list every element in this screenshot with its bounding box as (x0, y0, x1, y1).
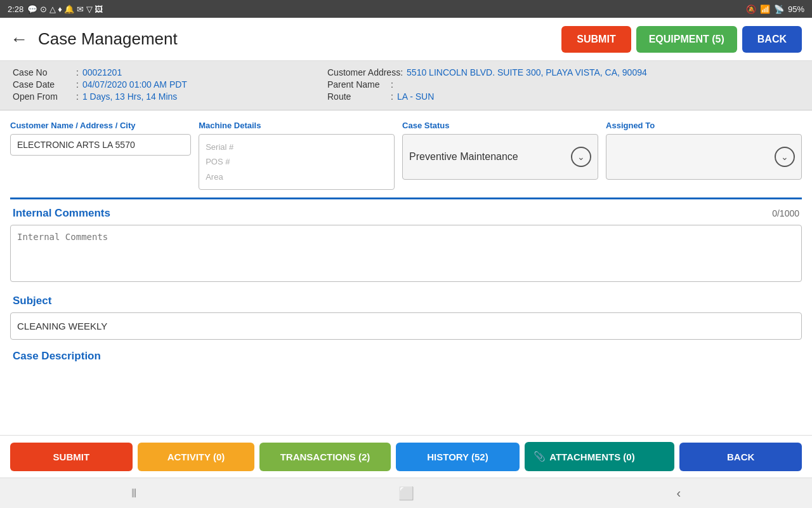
parent-name-label: Parent Name (327, 79, 391, 90)
attachments-button[interactable]: 📎 ATTACHMENTS (0) (525, 442, 674, 471)
submit-header-button[interactable]: SUBMIT (561, 26, 631, 53)
case-date-label: Case Date (13, 79, 76, 90)
subject-label: Subject (0, 292, 812, 312)
nav-menu-icon[interactable]: ⦀ (131, 486, 136, 500)
header-back-arrow[interactable]: ← (10, 29, 28, 50)
nav-back-icon[interactable]: ‹ (677, 486, 681, 500)
internal-comments-header: Internal Comments 0/1000 (0, 199, 812, 225)
bottom-toolbar: SUBMIT ACTIVITY (0) TRANSACTIONS (2) HIS… (0, 435, 812, 478)
route-label: Route (327, 91, 391, 102)
activity-button[interactable]: ACTIVITY (0) (138, 443, 255, 471)
header-buttons: SUBMIT EQUIPMENT (5) BACK (561, 26, 802, 53)
assigned-to-group: Assigned To ⌄ (606, 121, 802, 180)
status-bar: 2:28 💬 ⊙ △ ♦ 🔔 ✉ ▽ 🖼 🔕 📶 📡 95% (0, 0, 812, 18)
status-bar-right: 🔕 📶 📡 95% (746, 4, 804, 14)
header: ← Case Management SUBMIT EQUIPMENT (5) B… (0, 18, 812, 61)
nav-home-icon[interactable]: ⬜ (398, 486, 414, 501)
customer-name-input[interactable] (10, 134, 191, 156)
open-from-value: 1 Days, 13 Hrs, 14 Mins (82, 91, 177, 102)
machine-details-box[interactable]: Serial # POS # Area (199, 134, 395, 190)
open-from-label: Open From (13, 91, 76, 102)
status-time: 2:28 (8, 4, 23, 14)
assigned-to-chevron: ⌄ (775, 147, 795, 167)
customer-address-row: Customer Address : 5510 LINCOLN BLVD. SU… (327, 67, 799, 77)
page-title: Case Management (38, 29, 561, 49)
equipment-button[interactable]: EQUIPMENT (5) (636, 26, 737, 53)
internal-comments-char-count: 0/1000 (772, 208, 799, 218)
case-info-left: Case No : 00021201 Case Date : 04/07/202… (13, 67, 327, 104)
customer-address-value: 5510 LINCOLN BLVD. SUITE 300, PLAYA VIST… (407, 67, 647, 77)
case-date-value: 04/07/2020 01:00 AM PDT (82, 79, 187, 90)
form-fields-row: Customer Name / Address / City Machine D… (0, 110, 812, 190)
case-no-label: Case No (13, 67, 76, 77)
case-description-label: Case Description (0, 347, 812, 365)
case-info-bar: Case No : 00021201 Case Date : 04/07/202… (0, 61, 812, 110)
machine-details-group: Machine Details Serial # POS # Area (199, 121, 395, 190)
machine-details-label: Machine Details (199, 121, 395, 130)
attachments-label: ATTACHMENTS (0) (549, 451, 634, 462)
assigned-to-select[interactable]: ⌄ (606, 134, 802, 180)
back-header-button[interactable]: BACK (742, 26, 802, 53)
submit-bottom-button[interactable]: SUBMIT (10, 443, 133, 471)
attachment-icon: 📎 (534, 451, 546, 462)
internal-comments-textarea[interactable] (10, 225, 802, 282)
customer-name-label: Customer Name / Address / City (10, 121, 191, 130)
wifi-icon: 📶 (760, 4, 770, 14)
battery-level: 95% (788, 4, 804, 14)
android-nav-bar: ⦀ ⬜ ‹ (0, 478, 812, 508)
parent-name-row: Parent Name : (327, 79, 799, 90)
case-date-row: Case Date : 04/07/2020 01:00 AM PDT (13, 79, 327, 90)
mute-icon: 🔕 (746, 4, 756, 14)
area-placeholder: Area (206, 170, 388, 184)
case-status-chevron: ⌄ (571, 147, 591, 167)
pos-placeholder: POS # (206, 154, 388, 169)
case-status-select[interactable]: Preventive Maintenance ⌄ (402, 134, 598, 180)
customer-name-group: Customer Name / Address / City (10, 121, 191, 156)
customer-address-label: Customer Address (327, 67, 400, 77)
case-info-right: Customer Address : 5510 LINCOLN BLVD. SU… (327, 67, 799, 104)
notification-icons: 💬 ⊙ △ ♦ 🔔 ✉ ▽ 🖼 (27, 4, 103, 14)
route-row: Route : LA - SUN (327, 91, 799, 102)
case-status-value: Preventive Maintenance (409, 151, 518, 163)
open-from-row: Open From : 1 Days, 13 Hrs, 14 Mins (13, 91, 327, 102)
serial-placeholder: Serial # (206, 140, 388, 154)
history-button[interactable]: HISTORY (52) (396, 443, 520, 471)
back-bottom-button[interactable]: BACK (679, 443, 802, 471)
internal-comments-title: Internal Comments (13, 207, 110, 220)
transactions-button[interactable]: TRANSACTIONS (2) (259, 443, 390, 471)
case-no-value: 00021201 (82, 67, 122, 77)
assigned-to-label: Assigned To (606, 121, 802, 130)
main-content: Customer Name / Address / City Machine D… (0, 110, 812, 435)
status-bar-left: 2:28 💬 ⊙ △ ♦ 🔔 ✉ ▽ 🖼 (8, 4, 103, 14)
case-no-row: Case No : 00021201 (13, 67, 327, 77)
route-value: LA - SUN (397, 91, 434, 102)
subject-input[interactable] (10, 312, 802, 340)
case-status-label: Case Status (402, 121, 598, 130)
signal-icon: 📡 (774, 4, 784, 14)
case-status-group: Case Status Preventive Maintenance ⌄ (402, 121, 598, 180)
